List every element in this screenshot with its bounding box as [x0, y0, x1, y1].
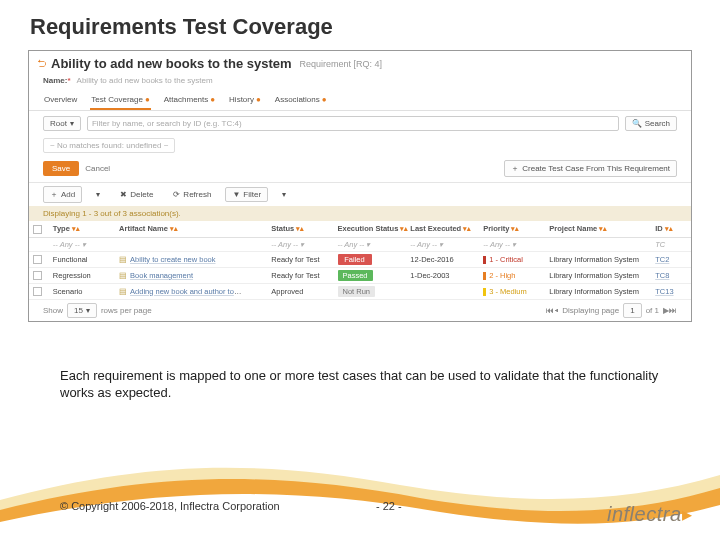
app-screenshot: ⮌ Ability to add new books to the system… [28, 50, 692, 322]
marker-dot-icon: ● [145, 95, 150, 104]
table-row: Functional▤Ability to create new bookRea… [29, 251, 691, 267]
delete-button[interactable]: ✖ Delete [114, 188, 159, 201]
back-icon[interactable]: ⮌ [37, 58, 47, 69]
cell-project: Library Information System [545, 251, 651, 267]
tab-test-coverage[interactable]: Test Coverage● [90, 92, 150, 110]
search-button[interactable]: 🔍 Search [625, 116, 677, 131]
root-dropdown[interactable]: Root ▾ [43, 116, 81, 131]
x-icon: ✖ [120, 190, 127, 199]
display-count-row: Displaying 1 - 3 out of 3 association(s)… [29, 206, 691, 221]
filter-last[interactable]: -- Any -- ▾ [406, 237, 479, 251]
show-label: Show [43, 306, 63, 315]
cell-id[interactable]: TC2 [651, 251, 691, 267]
col-type[interactable]: Type▾▴ [49, 221, 115, 237]
cell-artifact[interactable]: ▤Book management [115, 267, 247, 283]
cell-priority: 3 - Medium [479, 283, 545, 299]
cell-artifact[interactable]: ▤Adding new book and author to library [115, 283, 247, 299]
filter-priority[interactable]: -- Any -- ▾ [479, 237, 545, 251]
rows-label: rows per page [101, 306, 152, 315]
slide-title: Requirements Test Coverage [0, 0, 720, 50]
cell-type: Functional [49, 251, 115, 267]
cell-exec: Failed [334, 251, 407, 267]
cell-last [406, 283, 479, 299]
table-footer: Show 15 ▾ rows per page ⏮◀ Displaying pa… [29, 300, 691, 321]
cell-exec: Not Run [334, 283, 407, 299]
refresh-button[interactable]: ⟳ Refresh [167, 188, 217, 201]
cell-priority: 1 - Critical [479, 251, 545, 267]
no-matches-text: ~ No matches found: undefined ~ [43, 138, 175, 153]
cell-exec: Passed [334, 267, 407, 283]
filter-project[interactable] [545, 237, 651, 251]
cell-type: Scenario [49, 283, 115, 299]
search-input[interactable]: Filter by name, or search by ID (e.g. TC… [87, 116, 619, 131]
slide-caption: Each requirement is mapped to one or mor… [60, 368, 660, 402]
page-number-slide: - 22 - [376, 500, 402, 512]
inflectra-logo: inflectra▸ [607, 502, 692, 526]
cell-project: Library Information System [545, 283, 651, 299]
tab-attachments[interactable]: Attachments● [163, 92, 216, 110]
pager-next-last[interactable]: ▶⏭ [663, 306, 677, 315]
add-button[interactable]: ＋ Add [43, 186, 82, 203]
cell-status: Ready for Test [267, 251, 333, 267]
filter-id[interactable]: TC [651, 237, 691, 251]
search-icon: 🔍 [632, 119, 642, 128]
filter-dropdown[interactable]: ▾ [276, 188, 292, 201]
add-dropdown[interactable]: ▾ [90, 188, 106, 201]
col-status[interactable]: Status▾▴ [267, 221, 333, 237]
tab-associations[interactable]: Associations● [274, 92, 328, 110]
cell-project: Library Information System [545, 267, 651, 283]
select-all-checkbox[interactable] [33, 225, 42, 234]
pager-of: of 1 [646, 306, 659, 315]
associations-table: Type▾▴ Artifact Name▾▴ Status▾▴ Executio… [29, 221, 691, 300]
filter-button[interactable]: ▼ Filter [225, 187, 268, 202]
document-icon: ▤ [119, 255, 127, 264]
cell-status: Ready for Test [267, 267, 333, 283]
filter-exec[interactable]: -- Any -- ▾ [334, 237, 407, 251]
document-icon: ▤ [119, 271, 127, 280]
cell-type: Regression [49, 267, 115, 283]
table-row: Regression▤Book managementReady for Test… [29, 267, 691, 283]
marker-dot-icon: ● [322, 95, 327, 104]
refresh-icon: ⟳ [173, 190, 180, 199]
filter-type[interactable]: -- Any -- ▾ [49, 237, 115, 251]
grid-toolbar: ＋ Add ▾ ✖ Delete ⟳ Refresh ▼ Filter ▾ [29, 183, 691, 206]
row-checkbox[interactable] [33, 255, 42, 264]
rows-per-page-dropdown[interactable]: 15 ▾ [67, 303, 97, 318]
pager-prev-first[interactable]: ⏮◀ [546, 306, 558, 315]
search-toolbar: Root ▾ Filter by name, or search by ID (… [29, 111, 691, 136]
page-header: ⮌ Ability to add new books to the system… [29, 51, 691, 73]
col-last[interactable]: Last Executed▾▴ [406, 221, 479, 237]
tab-history[interactable]: History● [228, 92, 262, 110]
action-row: Save Cancel ＋ Create Test Case From This… [29, 155, 691, 182]
cell-status: Approved [267, 283, 333, 299]
cancel-button[interactable]: Cancel [85, 164, 110, 173]
document-icon: ▤ [119, 287, 127, 296]
col-exec[interactable]: Execution Status▾▴ [334, 221, 407, 237]
col-project[interactable]: Project Name▾▴ [545, 221, 651, 237]
filter-artifact[interactable] [115, 237, 247, 251]
col-artifact[interactable]: Artifact Name▾▴ [115, 221, 247, 237]
name-value[interactable]: Ability to add new books to the system [77, 76, 213, 85]
filter-status[interactable]: -- Any -- ▾ [267, 237, 333, 251]
cell-priority: 2 - High [479, 267, 545, 283]
cell-last: 1-Dec-2003 [406, 267, 479, 283]
row-checkbox[interactable] [33, 271, 42, 280]
cell-last: 12-Dec-2016 [406, 251, 479, 267]
funnel-icon: ▼ [232, 190, 240, 199]
page-title: Ability to add new books to the system [51, 56, 292, 71]
save-button[interactable]: Save [43, 161, 79, 176]
requirement-type-label: Requirement [RQ: 4] [300, 59, 383, 69]
table-row: Scenario▤Adding new book and author to l… [29, 283, 691, 299]
cell-artifact[interactable]: ▤Ability to create new book [115, 251, 247, 267]
create-test-case-button[interactable]: ＋ Create Test Case From This Requirement [504, 160, 677, 177]
tab-overview[interactable]: Overview [43, 92, 78, 110]
col-priority[interactable]: Priority▾▴ [479, 221, 545, 237]
col-id[interactable]: ID▾▴ [651, 221, 691, 237]
cell-id[interactable]: TC13 [651, 283, 691, 299]
copyright: © Copyright 2006-2018, Inflectra Corpora… [60, 500, 280, 512]
row-checkbox[interactable] [33, 287, 42, 296]
page-number[interactable]: 1 [623, 303, 641, 318]
pager-text: Displaying page [562, 306, 619, 315]
cell-id[interactable]: TC8 [651, 267, 691, 283]
tab-bar: OverviewTest Coverage●Attachments●Histor… [29, 88, 691, 111]
